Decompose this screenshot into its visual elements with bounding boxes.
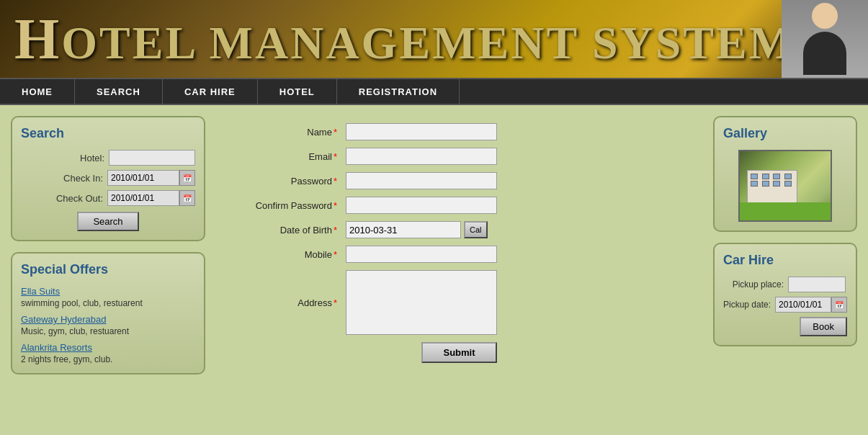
checkout-row: Check Out: 📅 — [21, 190, 195, 206]
checkout-label: Check Out: — [56, 193, 103, 204]
offer-desc-ella: swimming pool, club, restuarent — [21, 298, 195, 308]
gallery-panel: Gallery — [713, 116, 857, 232]
mobile-row: Mobile* — [231, 246, 688, 263]
hotel-window — [784, 181, 792, 187]
checkout-cal-button[interactable]: 📅 — [179, 190, 195, 206]
special-offers-title: Special Offers — [21, 262, 195, 277]
title-rest: OTEL MANAGEMENT SYSTEM — [61, 17, 795, 68]
dob-cal-button[interactable]: Cal — [464, 221, 488, 238]
nav-car-hire[interactable]: CAR HIRE — [163, 78, 258, 105]
address-row: Address* — [231, 270, 688, 335]
password-input[interactable] — [346, 172, 497, 189]
name-label: Name* — [231, 127, 346, 138]
email-input[interactable] — [346, 148, 497, 165]
confirm-password-row: Confirm Password* — [231, 197, 688, 214]
mobile-label: Mobile* — [231, 249, 346, 260]
email-label: Email* — [231, 151, 346, 162]
pickup-place-input[interactable] — [788, 277, 846, 292]
hotel-windows — [748, 171, 797, 189]
submit-button[interactable]: Submit — [421, 342, 496, 363]
title-big-h: H — [14, 7, 61, 71]
person-silhouette — [796, 3, 854, 75]
car-hire-title: Car Hire — [723, 253, 847, 268]
offer-desc-alankrita: 2 nights free, gym, club. — [21, 354, 195, 364]
dob-group: Cal — [346, 221, 488, 238]
dob-row: Date of Birth* Cal — [231, 221, 688, 238]
address-textarea[interactable] — [346, 270, 497, 335]
pickup-place-row: Pickup place: — [723, 277, 847, 292]
nav-registration[interactable]: REGISTRATION — [337, 78, 460, 105]
name-row: Name* — [231, 123, 688, 140]
hotel-window — [784, 174, 792, 179]
search-button[interactable]: Search — [77, 212, 138, 231]
offer-desc-gateway: Music, gym, club, restuarent — [21, 326, 195, 336]
name-input[interactable] — [346, 123, 497, 140]
header: HOTEL MANAGEMENT SYSTEM — [0, 0, 868, 78]
main-content: Search Hotel: Check In: 📅 Check Out: 📅 — [0, 105, 868, 435]
hotel-window — [751, 181, 758, 187]
nav-search[interactable]: SEARCH — [75, 78, 163, 105]
search-panel: Search Hotel: Check In: 📅 Check Out: 📅 — [11, 116, 205, 241]
person-head — [812, 3, 838, 29]
nav-home[interactable]: HOME — [0, 78, 75, 105]
password-row: Password* — [231, 172, 688, 189]
hotel-window — [762, 174, 769, 179]
gallery-image — [738, 150, 832, 222]
email-row: Email* — [231, 148, 688, 165]
pickup-date-label: Pickup date: — [723, 300, 775, 310]
offer-link-alankrita[interactable]: Alankrita Resorts — [21, 342, 195, 353]
special-offers-panel: Special Offers Ella Suits swimming pool,… — [11, 252, 205, 375]
checkin-input[interactable] — [107, 170, 179, 186]
hotel-window — [773, 174, 780, 179]
registration-form: Name* Email* Password* Confirm Password* — [216, 116, 702, 426]
checkin-row: Check In: 📅 — [21, 170, 195, 186]
address-label: Address* — [231, 297, 346, 308]
pickup-date-group: 📅 — [775, 297, 847, 313]
submit-row: Submit — [231, 342, 688, 363]
dob-input[interactable] — [346, 221, 461, 238]
checkin-date-group: 📅 — [107, 170, 195, 186]
confirm-password-label: Confirm Password* — [231, 200, 346, 211]
left-sidebar: Search Hotel: Check In: 📅 Check Out: 📅 — [11, 116, 205, 426]
hotel-window — [762, 181, 769, 187]
hotel-window — [751, 174, 758, 179]
password-label: Password* — [231, 176, 346, 187]
gallery-title: Gallery — [723, 126, 847, 141]
search-button-row: Search — [21, 212, 195, 231]
offer-link-ella[interactable]: Ella Suits — [21, 286, 195, 297]
offer-link-gateway[interactable]: Gateway Hyderabad — [21, 314, 195, 325]
checkout-input[interactable] — [107, 190, 179, 206]
pickup-place-label: Pickup place: — [723, 279, 788, 290]
checkin-label: Check In: — [63, 173, 103, 184]
dob-label: Date of Birth* — [231, 225, 346, 236]
pickup-date-cal-button[interactable]: 📅 — [831, 297, 847, 313]
gallery-lawn — [740, 202, 831, 220]
header-avatar — [782, 0, 868, 78]
pickup-date-input[interactable] — [775, 297, 831, 313]
hotel-window — [773, 181, 780, 187]
checkin-cal-button[interactable]: 📅 — [179, 170, 195, 186]
search-panel-title: Search — [21, 126, 195, 141]
car-hire-panel: Car Hire Pickup place: Pickup date: 📅 Bo… — [713, 243, 857, 346]
person-body — [803, 32, 846, 75]
navbar: HOME SEARCH CAR HIRE HOTEL REGISTRATION — [0, 78, 868, 105]
pickup-date-row: Pickup date: 📅 — [723, 297, 847, 313]
right-sidebar: Gallery Car — [713, 116, 857, 426]
nav-hotel[interactable]: HOTEL — [258, 78, 337, 105]
book-button[interactable]: Book — [800, 317, 847, 336]
site-title: HOTEL MANAGEMENT SYSTEM — [0, 6, 795, 72]
hotel-label: Hotel: — [80, 153, 104, 163]
hotel-input[interactable] — [109, 150, 195, 166]
hotel-row: Hotel: — [21, 150, 195, 166]
mobile-input[interactable] — [346, 246, 497, 263]
confirm-password-input[interactable] — [346, 197, 497, 214]
checkout-date-group: 📅 — [107, 190, 195, 206]
book-button-row: Book — [723, 317, 847, 336]
